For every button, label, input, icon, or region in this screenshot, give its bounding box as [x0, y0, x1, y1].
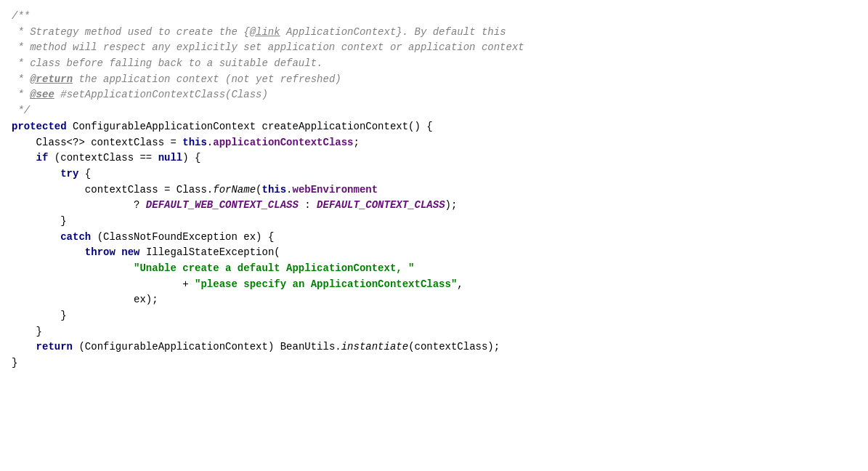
code-block: /** * Strategy method used to create the…: [12, 9, 856, 371]
code-container: /** * Strategy method used to create the…: [0, 0, 868, 471]
